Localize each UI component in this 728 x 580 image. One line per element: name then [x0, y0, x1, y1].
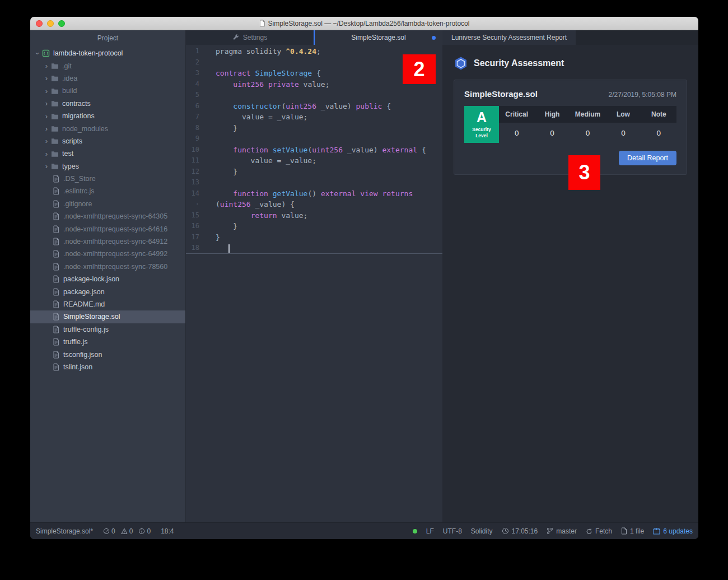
line-number[interactable]: 5 [186, 90, 199, 101]
tree-item-ds-store[interactable]: .DS_Store [30, 173, 185, 185]
chevron-right-icon[interactable]: › [43, 74, 50, 82]
tree-item-package-lock-json[interactable]: package-lock.json [30, 273, 185, 285]
status-utf-8[interactable]: UTF-8 [443, 527, 462, 535]
status-solidity[interactable]: Solidity [471, 527, 493, 535]
code-line-7[interactable]: 7 value = _value; [186, 112, 442, 123]
code-line-18[interactable]: 18 [186, 243, 442, 254]
line-number[interactable]: 12 [186, 166, 199, 178]
tree-item-migrations[interactable]: ›migrations [30, 110, 185, 122]
line-number[interactable]: 1 [186, 46, 199, 57]
chevron-right-icon[interactable]: › [43, 137, 50, 145]
line-number[interactable]: 18 [186, 243, 199, 253]
tree-item-build[interactable]: ›build [30, 85, 185, 97]
code-line-14[interactable]: 14 function getValue() external view ret… [186, 188, 442, 199]
line-number[interactable]: 16 [186, 221, 199, 232]
tree-item-truffle-config-js[interactable]: truffle-config.js [30, 323, 185, 336]
line-number[interactable]: 10 [186, 145, 199, 156]
chevron-right-icon[interactable]: › [43, 62, 50, 70]
tree-item-package-json[interactable]: package.json [30, 285, 185, 298]
tree-item-node-xmlhttprequest-sync-64305[interactable]: .node-xmlhttprequest-sync-64305 [30, 210, 185, 222]
line-number[interactable]: 4 [186, 79, 199, 90]
line-number[interactable]: 14 [186, 188, 199, 199]
tree-item-node-xmlhttprequest-sync-78560[interactable]: .node-xmlhttprequest-sync-78560 [30, 261, 185, 273]
line-number[interactable]: · [186, 199, 199, 210]
chevron-right-icon[interactable]: › [43, 150, 50, 158]
inspection-warning-triangle[interactable]: 0 [121, 527, 133, 535]
line-number[interactable]: 3 [186, 68, 199, 79]
code-line-text [199, 57, 216, 68]
code-token: getValue [273, 189, 308, 198]
line-number[interactable]: 7 [186, 112, 199, 123]
close-button[interactable] [36, 20, 43, 27]
code-editor[interactable]: 1pragma solidity ^0.4.24;23contract Simp… [186, 45, 442, 522]
code-line-8[interactable]: 8 } [186, 123, 442, 134]
inspection-error-circle[interactable]: 0 [103, 527, 115, 535]
status-segment-label: UTF-8 [443, 527, 462, 535]
chevron-right-icon[interactable]: › [43, 112, 50, 120]
chevron-right-icon[interactable]: › [43, 99, 50, 108]
tree-item-tslint-json[interactable]: tslint.json [30, 361, 185, 373]
code-line-17[interactable]: 17} [186, 232, 442, 243]
status-status-dot[interactable] [413, 529, 417, 533]
tree-item-node-xmlhttprequest-sync-64992[interactable]: .node-xmlhttprequest-sync-64992 [30, 248, 185, 260]
status-master[interactable]: master [547, 527, 577, 535]
code-line-9[interactable]: 9 [186, 133, 442, 145]
chevron-right-icon[interactable]: › [43, 87, 50, 95]
inspection-info-circle[interactable]: 0 [138, 527, 151, 535]
tree-item-gitignore[interactable]: .gitignore [30, 198, 185, 210]
tree-item-lambda-token-protocol[interactable]: ›lambda-token-protocol [30, 47, 185, 59]
detail-report-button[interactable]: Detail Report [619, 151, 676, 165]
code-line-13[interactable]: 13 [186, 177, 442, 188]
tree-item-eslintrc-js[interactable]: .eslintrc.js [30, 185, 185, 197]
line-number[interactable]: 2 [186, 57, 199, 68]
tree-item-contracts[interactable]: ›contracts [30, 98, 185, 110]
chevron-down-icon[interactable]: › [34, 49, 42, 57]
tree-item-simplestorage-sol[interactable]: SimpleStorage.sol [30, 310, 185, 323]
cursor-position[interactable]: 18:4 [161, 527, 174, 535]
code-line-5[interactable]: 5 [186, 90, 442, 101]
status-1-file[interactable]: 1 file [621, 527, 644, 535]
tab-settings[interactable]: Settings [186, 30, 314, 45]
line-number[interactable]: 15 [186, 210, 199, 221]
line-number[interactable]: 13 [186, 177, 199, 188]
code-line-6[interactable]: 6 constructor(uint256 _value) public { [186, 101, 442, 112]
chevron-right-icon[interactable]: › [43, 162, 50, 170]
line-number[interactable]: 9 [186, 133, 199, 145]
status-6-updates[interactable]: 6 updates [653, 527, 693, 535]
minimize-button[interactable] [47, 20, 54, 27]
code-line-11[interactable]: 11 value = _value; [186, 155, 442, 166]
zoom-button[interactable] [58, 20, 65, 27]
chevron-right-icon[interactable]: › [43, 124, 50, 133]
tree-item-readme-md[interactable]: README.md [30, 298, 185, 310]
status-lf[interactable]: LF [426, 527, 434, 535]
code-token [264, 80, 268, 89]
line-number[interactable]: 17 [186, 232, 199, 243]
line-number[interactable]: 11 [186, 155, 199, 166]
tree-item-node-xmlhttprequest-sync-64616[interactable]: .node-xmlhttprequest-sync-64616 [30, 222, 185, 235]
tree-item-types[interactable]: ›types [30, 160, 185, 173]
code-token: { [417, 146, 426, 154]
code-line-15[interactable]: 15 return value; [186, 210, 442, 221]
tree-item-test[interactable]: ›test [30, 147, 185, 160]
tree-item-idea[interactable]: ›.idea [30, 72, 185, 85]
line-number[interactable]: 6 [186, 101, 199, 112]
status-fetch[interactable]: Fetch [586, 527, 612, 535]
code-line-16[interactable]: 16 } [186, 221, 442, 232]
code-line-12[interactable]: 12 } [186, 166, 442, 178]
tree-item-git[interactable]: ›.git [30, 59, 185, 72]
tab-luniverse-report[interactable]: Luniverse Security Assessment Report [442, 30, 576, 45]
line-number[interactable]: 8 [186, 123, 199, 134]
project-panel-header[interactable]: Project [30, 30, 185, 46]
code-line-10[interactable]: 10 function setValue(uint256 _value) ext… [186, 145, 442, 156]
code-line-wrap[interactable]: ·(uint256 _value) { [186, 199, 442, 210]
tree-item-node-modules[interactable]: ›node_modules [30, 122, 185, 134]
file-icon [52, 187, 60, 195]
tab-simplestorage-sol[interactable]: SimpleStorage.sol [314, 30, 442, 45]
tree-item-node-xmlhttprequest-sync-64912[interactable]: .node-xmlhttprequest-sync-64912 [30, 235, 185, 248]
tree-item-scripts[interactable]: ›scripts [30, 135, 185, 147]
tree-item-tsconfig-json[interactable]: tsconfig.json [30, 348, 185, 360]
tree-item-truffle-js[interactable]: truffle.js [30, 336, 185, 348]
status-17-05-16[interactable]: 17:05:16 [502, 527, 538, 535]
tree-item-label: build [62, 87, 77, 95]
tree-item-label: .node-xmlhttprequest-sync-78560 [63, 263, 167, 271]
